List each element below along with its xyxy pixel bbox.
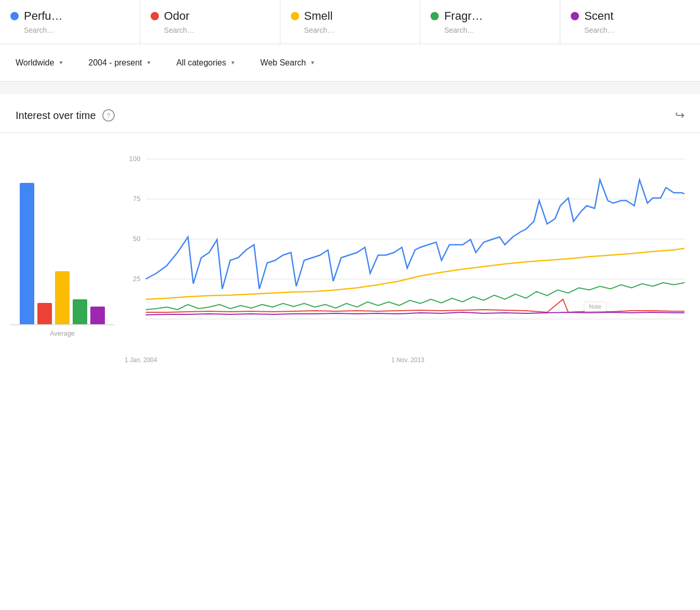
filter-category[interactable]: All categories ▼ — [176, 58, 250, 68]
filter-region[interactable]: Worldwide ▼ — [10, 58, 78, 68]
dot-fragrance — [430, 12, 439, 20]
search-term-smell[interactable]: Smell Search… — [280, 0, 421, 44]
help-icon[interactable]: ? — [102, 109, 115, 122]
x-axis-labels: 1 Jan. 2004 1 Nov. 2013 — [125, 353, 684, 364]
x-label-end: 1 Nov. 2013 — [391, 356, 424, 364]
filter-time[interactable]: 2004 - present ▼ — [88, 58, 166, 68]
term-sub-odor: Search… — [164, 26, 270, 34]
filter-search-type-label: Web Search — [260, 58, 306, 68]
bar-perfume — [20, 183, 34, 324]
svg-text:25: 25 — [133, 275, 141, 283]
bar-scent — [90, 307, 105, 324]
line-chart-area: 100 75 50 25 Note 1 Jan. 2004 1 Nov. 201… — [125, 149, 684, 367]
svg-text:100: 100 — [129, 155, 140, 163]
search-term-perfume[interactable]: Perfu… Search… — [0, 0, 140, 44]
term-label-fragrance: Fragr… — [444, 9, 483, 23]
search-terms-bar: Perfu… Search… Odor Search… Smell Search… — [0, 0, 700, 44]
bar-fragrance — [73, 299, 87, 324]
chevron-down-icon-category: ▼ — [230, 60, 235, 65]
gray-spacer — [0, 82, 700, 94]
section-header: Interest over time ? ↪ — [0, 94, 700, 133]
term-sub-scent: Search… — [584, 26, 690, 34]
term-sub-fragrance: Search… — [444, 26, 549, 34]
line-chart-svg: 100 75 50 25 Note — [125, 149, 684, 351]
bar-smell — [55, 271, 70, 324]
bar-odor — [37, 303, 52, 324]
svg-text:75: 75 — [133, 195, 141, 203]
dot-smell — [291, 12, 299, 20]
filter-time-label: 2004 - present — [88, 58, 142, 68]
avg-chart: Average — [10, 149, 114, 367]
dot-scent — [571, 12, 579, 20]
svg-text:50: 50 — [133, 235, 141, 243]
line-perfume — [146, 180, 684, 289]
search-term-odor[interactable]: Odor Search… — [140, 0, 280, 44]
help-icon-label: ? — [106, 112, 110, 120]
x-label-start: 1 Jan. 2004 — [125, 356, 157, 364]
bars-area — [10, 149, 114, 325]
section-title-text: Interest over time — [16, 110, 96, 122]
dot-perfume — [10, 12, 19, 20]
svg-text:Note: Note — [589, 303, 601, 310]
avg-label: Average — [50, 329, 75, 337]
filter-region-label: Worldwide — [16, 58, 54, 68]
search-term-fragrance[interactable]: Fragr… Search… — [420, 0, 560, 44]
term-sub-smell: Search… — [304, 26, 410, 34]
term-label-scent: Scent — [584, 9, 613, 23]
chevron-down-icon-time: ▼ — [146, 60, 152, 65]
chart-container: Average 100 75 50 25 — [0, 133, 700, 382]
term-label-odor: Odor — [164, 9, 190, 23]
chevron-down-icon-search-type: ▼ — [310, 60, 315, 65]
filter-search-type[interactable]: Web Search ▼ — [260, 58, 330, 68]
search-term-scent[interactable]: Scent Search… — [560, 0, 700, 44]
dot-odor — [151, 12, 159, 20]
term-label-smell: Smell — [304, 9, 333, 23]
term-label-perfume: Perfu… — [24, 9, 63, 23]
chevron-down-icon-region: ▼ — [58, 60, 63, 65]
filter-category-label: All categories — [176, 58, 226, 68]
share-icon[interactable]: ↪ — [675, 109, 684, 122]
term-sub-perfume: Search… — [24, 26, 129, 34]
line-scent — [146, 312, 684, 315]
filter-bar: Worldwide ▼ 2004 - present ▼ All categor… — [0, 44, 700, 82]
